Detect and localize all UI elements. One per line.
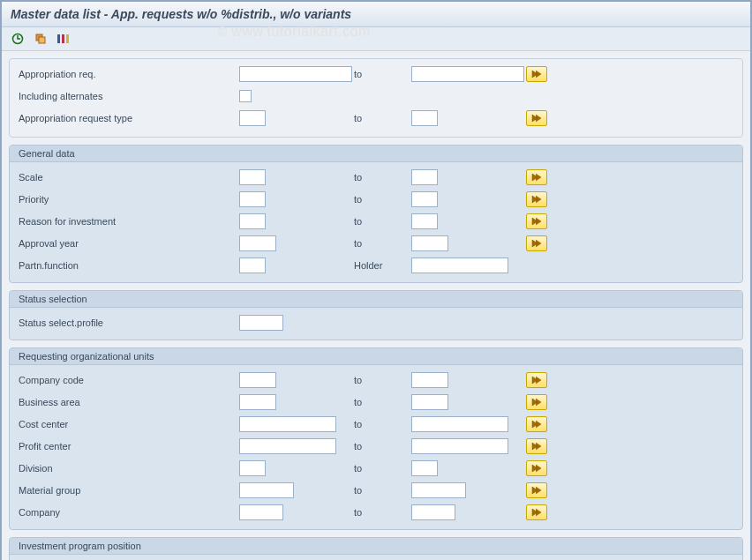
approval-year-from-input[interactable] bbox=[239, 235, 276, 251]
selection-options-button[interactable] bbox=[55, 31, 72, 47]
material-group-more-button[interactable] bbox=[526, 482, 547, 498]
company-code-to-input[interactable] bbox=[411, 372, 448, 388]
appropriation-req-more-button[interactable] bbox=[526, 66, 547, 82]
scale-more-button[interactable] bbox=[526, 169, 547, 185]
scale-to-input[interactable] bbox=[411, 169, 438, 185]
company-more-button[interactable] bbox=[526, 504, 547, 520]
approval-year-to-input[interactable] bbox=[411, 235, 448, 251]
appropriation-req-label: Appropriation req. bbox=[19, 69, 239, 79]
appropriation-request-type-label: Appropriation request type bbox=[19, 113, 239, 123]
profit-center-from-input[interactable] bbox=[239, 438, 336, 454]
priority-from-input[interactable] bbox=[239, 191, 266, 207]
company-code-more-button[interactable] bbox=[526, 372, 547, 388]
approval-year-label: Approval year bbox=[19, 238, 239, 249]
to-label: to bbox=[354, 238, 411, 249]
appropriation-request-type-to-input[interactable] bbox=[411, 110, 438, 126]
cost-center-to-input[interactable] bbox=[411, 416, 508, 432]
profit-center-label: Profit center bbox=[19, 441, 239, 452]
profit-center-to-input[interactable] bbox=[411, 438, 508, 454]
reason-for-investment-more-button[interactable] bbox=[526, 213, 547, 229]
business-area-more-button[interactable] bbox=[526, 394, 547, 410]
division-to-input[interactable] bbox=[411, 460, 438, 476]
status-select-profile-input[interactable] bbox=[239, 315, 283, 331]
to-label: to bbox=[354, 69, 411, 79]
svg-rect-4 bbox=[62, 34, 64, 43]
including-alternates-checkbox[interactable] bbox=[239, 90, 252, 102]
company-code-from-input[interactable] bbox=[239, 372, 276, 388]
to-label: to bbox=[354, 397, 411, 407]
appropriation-req-to-input[interactable] bbox=[411, 66, 524, 82]
material-group-label: Material group bbox=[19, 485, 239, 496]
scale-label: Scale bbox=[19, 172, 239, 183]
company-to-input[interactable] bbox=[411, 504, 455, 520]
to-label: to bbox=[354, 485, 411, 496]
company-from-input[interactable] bbox=[239, 504, 283, 520]
holder-label: Holder bbox=[354, 260, 411, 271]
profit-center-more-button[interactable] bbox=[526, 438, 547, 454]
priority-more-button[interactable] bbox=[526, 191, 547, 207]
to-label: to bbox=[354, 194, 411, 205]
svg-rect-3 bbox=[57, 34, 60, 43]
company-label: Company bbox=[19, 507, 239, 518]
get-variant-button[interactable] bbox=[32, 31, 49, 47]
to-label: to bbox=[354, 507, 411, 518]
general-data-header: General data bbox=[10, 146, 742, 162]
reason-for-investment-to-input[interactable] bbox=[411, 213, 438, 229]
toolbar bbox=[2, 27, 750, 51]
reason-for-investment-label: Reason for investment bbox=[19, 216, 239, 227]
to-label: to bbox=[354, 113, 411, 123]
requesting-org-units-header: Requesting organizational units bbox=[10, 348, 742, 365]
to-label: to bbox=[354, 216, 411, 227]
material-group-from-input[interactable] bbox=[239, 482, 294, 498]
to-label: to bbox=[354, 463, 411, 474]
priority-label: Priority bbox=[19, 194, 239, 205]
appropriation-req-from-input[interactable] bbox=[239, 66, 352, 82]
including-alternates-label: Including alternates bbox=[19, 91, 239, 101]
to-label: to bbox=[354, 441, 411, 452]
appropriation-request-type-more-button[interactable] bbox=[526, 110, 547, 126]
execute-button[interactable] bbox=[9, 31, 26, 47]
company-code-label: Company code bbox=[19, 375, 239, 385]
status-selection-header: Status selection bbox=[10, 291, 742, 308]
page-title: Master data list - App. requests w/o %di… bbox=[11, 7, 741, 21]
business-area-from-input[interactable] bbox=[239, 394, 276, 410]
to-label: to bbox=[354, 419, 411, 429]
approval-year-more-button[interactable] bbox=[526, 235, 547, 251]
partn-function-input[interactable] bbox=[239, 258, 266, 273]
cost-center-from-input[interactable] bbox=[239, 416, 336, 432]
business-area-to-input[interactable] bbox=[411, 394, 448, 410]
division-more-button[interactable] bbox=[526, 460, 547, 476]
holder-input[interactable] bbox=[411, 258, 508, 273]
cost-center-label: Cost center bbox=[19, 419, 239, 429]
division-label: Division bbox=[19, 463, 239, 474]
svg-rect-2 bbox=[39, 37, 45, 43]
priority-to-input[interactable] bbox=[411, 191, 438, 207]
appropriation-request-type-from-input[interactable] bbox=[239, 110, 266, 126]
partn-function-label: Partn.function bbox=[19, 260, 239, 271]
investment-program-position-header: Investment program position bbox=[10, 538, 742, 555]
division-from-input[interactable] bbox=[239, 460, 266, 476]
scale-from-input[interactable] bbox=[239, 169, 266, 185]
to-label: to bbox=[354, 375, 411, 385]
status-select-profile-label: Status select.profile bbox=[19, 317, 239, 328]
material-group-to-input[interactable] bbox=[411, 482, 466, 498]
reason-for-investment-from-input[interactable] bbox=[239, 213, 266, 229]
cost-center-more-button[interactable] bbox=[526, 416, 547, 432]
svg-rect-5 bbox=[66, 34, 69, 43]
business-area-label: Business area bbox=[19, 397, 239, 407]
to-label: to bbox=[354, 172, 411, 183]
